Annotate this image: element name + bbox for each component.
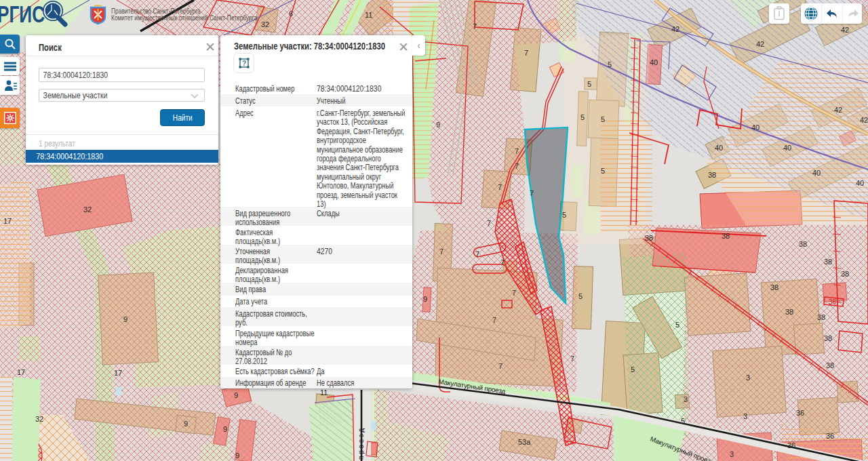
svg-text:5: 5 [608,60,612,68]
svg-text:5: 5 [675,321,679,329]
svg-text:38: 38 [799,240,807,248]
svg-text:42: 42 [860,116,868,124]
svg-text:53а: 53а [518,438,531,446]
svg-text:38: 38 [841,270,849,278]
svg-text:3: 3 [743,412,747,420]
svg-text:9: 9 [436,121,440,129]
svg-text:9: 9 [234,391,238,399]
svg-text:5: 5 [681,417,685,425]
svg-text:5: 5 [580,113,585,121]
svg-text:5: 5 [601,167,605,175]
svg-text:38: 38 [824,258,832,266]
svg-text:7: 7 [475,250,479,258]
svg-text:40: 40 [650,58,658,66]
svg-text:7: 7 [498,362,502,370]
svg-text:?: ? [241,60,245,67]
svg-text:3: 3 [684,395,688,403]
svg-text:42: 42 [756,40,764,48]
svg-text:7: 7 [487,219,491,227]
svg-text:7: 7 [498,183,502,191]
svg-text:7: 7 [515,147,519,155]
svg-text:РГИС: РГИС [0,1,45,28]
svg-text:38: 38 [722,232,730,240]
svg-text:7: 7 [492,316,496,324]
svg-text:32: 32 [35,415,43,423]
svg-text:38: 38 [826,361,834,369]
svg-text:9: 9 [184,420,188,428]
svg-text:32: 32 [261,20,269,28]
svg-text:38: 38 [645,234,653,242]
svg-text:38: 38 [708,171,716,179]
svg-text:32: 32 [83,205,92,214]
svg-text:38: 38 [817,313,825,321]
svg-text:5: 5 [631,365,635,374]
svg-text:40: 40 [715,144,723,152]
svg-text:7: 7 [570,355,574,363]
svg-text:11: 11 [320,388,328,397]
svg-text:42: 42 [841,26,849,34]
svg-text:17: 17 [3,217,12,225]
svg-text:40: 40 [783,144,791,152]
svg-text:7: 7 [524,49,528,57]
svg-text:5: 5 [601,115,605,123]
svg-text:5: 5 [562,211,566,219]
svg-text:9: 9 [423,295,427,303]
svg-text:42: 42 [834,106,842,114]
svg-text:40: 40 [856,179,864,187]
svg-text:36: 36 [796,409,804,417]
svg-text:7: 7 [530,189,534,197]
svg-text:7: 7 [439,247,443,256]
svg-text:9: 9 [235,452,239,460]
svg-text:9: 9 [123,315,127,323]
svg-text:38: 38 [785,308,793,316]
svg-text:40: 40 [751,123,760,132]
svg-text:36: 36 [787,441,795,449]
svg-text:5: 5 [578,292,583,300]
svg-text:38: 38 [824,334,832,342]
svg-text:6: 6 [289,9,293,18]
svg-text:3: 3 [730,450,734,458]
svg-text:7: 7 [515,162,519,170]
svg-text:7: 7 [512,289,516,297]
svg-text:17: 17 [114,369,122,377]
svg-text:5: 5 [587,80,591,88]
svg-text:11: 11 [365,11,372,19]
svg-text:36: 36 [829,298,837,306]
svg-text:36: 36 [826,432,834,440]
svg-text:42: 42 [671,25,679,33]
svg-text:9: 9 [223,425,227,433]
svg-text:7: 7 [500,258,505,266]
svg-text:40: 40 [812,169,821,177]
svg-text:7: 7 [473,22,477,31]
svg-text:3: 3 [746,374,750,382]
svg-text:38: 38 [770,283,778,292]
svg-text:17: 17 [17,368,25,376]
